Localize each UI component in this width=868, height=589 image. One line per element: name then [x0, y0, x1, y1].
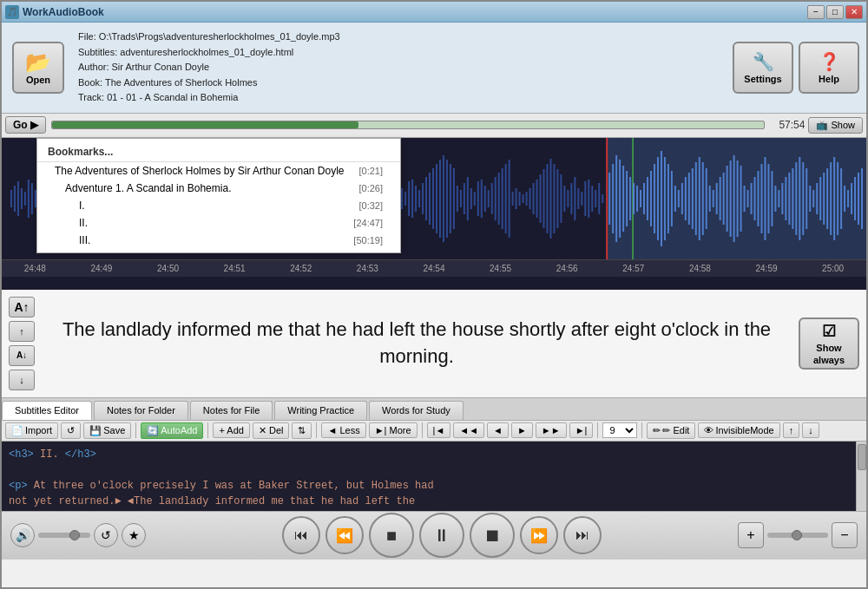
arr-up-button[interactable]: ↑ — [783, 422, 800, 438]
align-button[interactable]: ⇅ — [292, 422, 312, 439]
svg-rect-147 — [502, 168, 503, 229]
more-button[interactable]: ►| More — [369, 422, 418, 438]
fast-forward-button[interactable]: ⏩ — [520, 516, 558, 554]
go-arrow-icon: ▶ — [30, 119, 38, 131]
move-down-btn[interactable]: ↓ — [9, 370, 35, 390]
tab-writing-practice-label: Writing Practice — [287, 405, 354, 416]
invisible-mode-button[interactable]: 👁 InvisibleMode — [698, 422, 779, 438]
arr-down-button[interactable]: ↓ — [802, 422, 819, 438]
tab-subtitles-editor[interactable]: Subtitles Editor — [2, 401, 92, 420]
stop1-button[interactable]: ■ — [369, 513, 414, 558]
bookmark-item-1[interactable]: Adventure 1. A Scandal in Bohemia. [0:26… — [37, 180, 400, 197]
maximize-button[interactable]: □ — [826, 5, 844, 19]
nav-next-button[interactable]: ► — [511, 422, 533, 438]
refresh-button[interactable]: ↺ — [61, 422, 81, 439]
ruler-tick-0: 24:48 — [2, 264, 69, 273]
go-button[interactable]: Go ▶ — [5, 116, 46, 134]
del-label: ✕ Del — [259, 425, 284, 436]
add-button[interactable]: + Add — [213, 422, 249, 438]
svg-rect-121 — [411, 180, 413, 218]
zoom-in-button[interactable]: + — [738, 522, 764, 548]
svg-rect-161 — [549, 159, 551, 239]
tab-notes-for-file[interactable]: Notes for File — [190, 401, 273, 420]
svg-rect-175 — [598, 183, 600, 214]
zoom-handle[interactable] — [792, 530, 802, 540]
tab-writing-practice[interactable]: Writing Practice — [274, 401, 367, 420]
go-to-end-button[interactable]: ⏭ — [563, 516, 602, 554]
bookmark-item-0[interactable]: The Adventures of Sherlock Holmes by Sir… — [37, 162, 400, 180]
svg-rect-132 — [450, 164, 451, 233]
main-window: 🎵 WorkAudioBook − □ ✕ 📂 Open File: O:\Tr… — [0, 0, 868, 589]
svg-rect-179 — [615, 155, 617, 242]
volume-handle[interactable] — [69, 530, 80, 540]
bookmark-text-2: I. — [79, 200, 85, 212]
editor-content[interactable]: <h3> II. </h3> <p> At three o'clock prec… — [2, 442, 866, 511]
decrease-text-btn[interactable]: A↓ — [9, 345, 35, 366]
file-info: File: O:\Trads\Progs\adventuresherlockho… — [71, 26, 729, 109]
go-to-start-button[interactable]: ⏮ — [282, 516, 320, 554]
zoom-slider[interactable] — [767, 533, 828, 538]
bookmark-header[interactable]: Bookmarks... — [37, 142, 400, 162]
move-up-btn[interactable]: ↑ — [9, 321, 35, 342]
svg-rect-216 — [744, 186, 746, 212]
nav-start-button[interactable]: |◄ — [427, 422, 451, 438]
del-button[interactable]: ✕ Del — [253, 422, 290, 439]
import-button[interactable]: 📄 Import — [5, 422, 58, 439]
save-button[interactable]: 💾 Save — [83, 422, 131, 439]
pause-button[interactable]: ⏸ — [419, 513, 464, 558]
titlebar: 🎵 WorkAudioBook − □ ✕ — [2, 2, 866, 23]
bookmark-item-2[interactable]: I. [0:32] — [37, 197, 400, 214]
rewind-button[interactable]: ⏪ — [326, 516, 364, 554]
nav-prev-button[interactable]: ◄ — [487, 422, 509, 438]
svg-rect-205 — [706, 168, 707, 229]
nav-end-button[interactable]: ►| — [569, 422, 594, 438]
autoadd-icon: 🔄 — [147, 425, 159, 436]
open-button[interactable]: 📂 Open — [12, 42, 64, 94]
close-button[interactable]: ✕ — [845, 5, 863, 19]
volume-slider[interactable] — [38, 533, 90, 538]
svg-rect-181 — [622, 166, 624, 232]
show-always-button[interactable]: ☑ Show always — [799, 317, 859, 370]
increase-text-btn[interactable]: A↑ — [9, 297, 35, 317]
show-icon: 📺 — [816, 120, 828, 131]
svg-rect-183 — [629, 177, 631, 220]
svg-rect-248 — [854, 177, 856, 220]
settings-icon: 🔧 — [753, 51, 774, 72]
svg-rect-240 — [826, 168, 828, 229]
volume-button[interactable]: 🔊 — [10, 523, 35, 547]
svg-rect-222 — [764, 157, 766, 240]
nav-next-next-button[interactable]: ►► — [536, 422, 567, 438]
nav-prev-prev-button[interactable]: ◄◄ — [453, 422, 484, 438]
bookmark-item-3[interactable]: II. [24:47] — [37, 214, 400, 232]
edit-button[interactable]: ✏ ✏ Edit — [647, 422, 695, 439]
settings-label: Settings — [744, 74, 781, 84]
zoom-out-button[interactable]: − — [832, 522, 858, 548]
bookmark-btn[interactable]: ★ — [122, 523, 146, 547]
sep5 — [597, 422, 598, 438]
track-selector[interactable]: 9 — [602, 422, 637, 438]
show-button[interactable]: 📺 Show — [808, 117, 863, 134]
svg-rect-133 — [453, 168, 455, 229]
bookmark-star-icon: ★ — [128, 528, 140, 542]
ruler-tick-8: 24:56 — [534, 264, 601, 273]
less-button[interactable]: ◄ Less — [321, 422, 365, 438]
timeline-bar[interactable] — [51, 121, 766, 129]
vertical-scrollbar[interactable] — [856, 442, 866, 511]
settings-button[interactable]: 🔧 Settings — [733, 42, 793, 94]
bookmark-item-4[interactable]: III. [50:19] — [37, 232, 400, 249]
autoadd-label: AutoAdd — [161, 425, 197, 435]
tab-notes-for-folder[interactable]: Notes for Folder — [94, 401, 188, 420]
svg-rect-157 — [536, 180, 538, 218]
stop2-button[interactable]: ⏹ — [470, 513, 515, 558]
help-button[interactable]: ❓ Help — [799, 42, 859, 94]
scrollbar-thumb[interactable] — [858, 444, 866, 470]
replay-button[interactable]: ↺ — [94, 523, 118, 547]
minimize-button[interactable]: − — [807, 5, 825, 19]
tag-h3-close: </h3> — [65, 448, 96, 461]
svg-rect-202 — [695, 162, 697, 235]
tab-words-for-study[interactable]: Words for Study — [369, 401, 464, 420]
edit-label: ✏ Edit — [662, 425, 689, 436]
svg-rect-137 — [467, 177, 469, 220]
svg-rect-206 — [709, 186, 711, 212]
autoadd-button[interactable]: 🔄 AutoAdd — [141, 422, 203, 439]
